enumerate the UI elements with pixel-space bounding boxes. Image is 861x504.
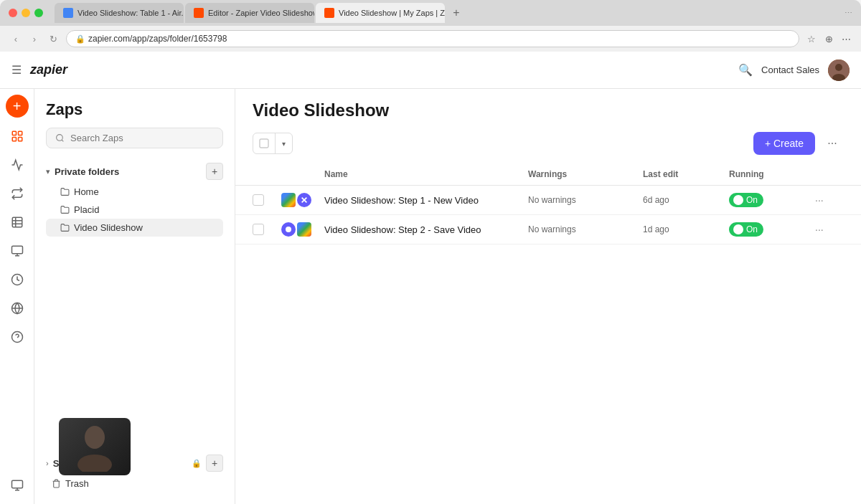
address-text: zapier.com/app/zaps/folder/1653798 xyxy=(88,34,227,44)
right-panel: Video Slideshow ▾ + Create ··· xyxy=(235,89,861,504)
folder-item-video-slideshow[interactable]: Video Slideshow ··· xyxy=(46,219,223,237)
table-header: Name Warnings Last edit Running xyxy=(235,163,861,186)
svg-rect-11 xyxy=(11,246,22,254)
new-tab-button[interactable]: + xyxy=(446,3,466,23)
svg-rect-6 xyxy=(18,138,22,141)
sidebar-icon-transfer[interactable] xyxy=(4,181,30,206)
sidebar-icon-activity[interactable] xyxy=(4,152,30,178)
browser-tab-2[interactable]: Editor - Zapier Video Slideshow... × xyxy=(185,3,314,23)
reload-button[interactable]: ↻ xyxy=(46,32,60,46)
svg-line-21 xyxy=(62,140,63,141)
icon-sidebar: + xyxy=(0,89,34,504)
folder-item-placid[interactable]: Placid ··· xyxy=(46,201,223,219)
private-folders-section: ▾ Private folders + Home Placid ··· Vide… xyxy=(46,160,223,237)
select-all-checkbox[interactable] xyxy=(253,133,275,153)
col-warnings: Warnings xyxy=(528,169,643,179)
sidebar-icon-interfaces[interactable] xyxy=(4,238,30,264)
tab2-label: Editor - Zapier Video Slideshow... xyxy=(208,9,314,17)
row1-toggle[interactable]: On xyxy=(729,193,763,207)
folder-name-video-slideshow: Video Slideshow xyxy=(74,222,206,233)
more-options-button[interactable]: ··· xyxy=(821,132,844,155)
sidebar-icon-apps[interactable] xyxy=(4,295,30,321)
svg-point-24 xyxy=(85,426,105,449)
search-input[interactable] xyxy=(70,133,214,143)
col-running: Running xyxy=(729,169,815,179)
trash-label: Trash xyxy=(65,478,89,489)
sidebar-icon-analytics[interactable] xyxy=(4,267,30,293)
table-row: Video Slideshow: Step 2 - Save Video No … xyxy=(235,215,861,244)
search-icon xyxy=(55,133,65,143)
camera-overlay xyxy=(59,418,131,475)
zapier-circle-icon xyxy=(281,222,296,237)
row2-more-button[interactable]: ··· xyxy=(815,224,844,235)
row1-toggle-label: On xyxy=(746,195,758,205)
svg-rect-7 xyxy=(12,217,22,227)
row2-app-icons xyxy=(281,222,324,237)
close-window-button[interactable] xyxy=(9,9,17,17)
add-shared-folder-button[interactable]: + xyxy=(206,455,223,472)
svg-rect-17 xyxy=(11,480,22,488)
top-nav: ☰ zapier 🔍 Contact Sales xyxy=(0,52,861,89)
sidebar-icon-help[interactable] xyxy=(4,324,30,350)
lock-icon: 🔒 xyxy=(192,459,202,468)
private-folders-header[interactable]: ▾ Private folders + xyxy=(46,160,223,183)
global-search-icon[interactable]: 🔍 xyxy=(738,63,753,77)
traffic-lights xyxy=(9,9,43,17)
google-icon xyxy=(297,222,311,237)
sidebar-icon-tables[interactable] xyxy=(4,209,30,235)
trash-item[interactable]: Trash xyxy=(46,475,223,493)
right-panel-header: Video Slideshow xyxy=(235,89,861,132)
toolbar: ▾ + Create ··· xyxy=(235,132,861,163)
svg-point-20 xyxy=(57,135,63,141)
row1-zap-name[interactable]: Video Slideshow: Step 1 - New Video xyxy=(324,195,528,206)
folder-name-home: Home xyxy=(74,186,217,197)
browser-tabs: Video Slideshow: Table 1 - Air... × Edit… xyxy=(55,3,818,23)
row1-app-icons xyxy=(281,193,324,207)
folder-item-home[interactable]: Home xyxy=(46,183,223,201)
back-button[interactable]: ‹ xyxy=(9,32,23,46)
svg-point-1 xyxy=(835,64,842,71)
trash-icon xyxy=(52,479,61,488)
hamburger-menu-button[interactable]: ☰ xyxy=(11,63,22,77)
minimize-window-button[interactable] xyxy=(22,9,30,17)
browser-tab-3[interactable]: Video Slideshow | My Zaps | Z... × xyxy=(316,3,445,23)
maximize-window-button[interactable] xyxy=(34,9,43,17)
col-name: Name xyxy=(324,169,528,179)
extension-icon[interactable]: ⊕ xyxy=(822,32,835,45)
google-sheets-icon xyxy=(281,193,296,207)
folder-name-placid: Placid xyxy=(74,204,206,215)
select-all-dropdown[interactable]: ▾ xyxy=(253,133,293,154)
private-folders-label: Private folders xyxy=(55,166,202,177)
chevron-right-icon: › xyxy=(46,459,49,467)
add-private-folder-button[interactable]: + xyxy=(206,163,223,180)
row2-toggle-label: On xyxy=(746,224,758,234)
svg-rect-4 xyxy=(18,131,22,135)
row1-more-button[interactable]: ··· xyxy=(815,194,844,206)
browser-tab-1[interactable]: Video Slideshow: Table 1 - Air... × xyxy=(55,3,184,23)
folder-icon xyxy=(60,187,70,196)
toggle-dot xyxy=(733,195,743,205)
svg-point-23 xyxy=(286,227,291,232)
sidebar-icon-history[interactable] xyxy=(4,472,30,498)
sidebar-icon-zaps[interactable] xyxy=(4,123,30,149)
lock-icon: 🔒 xyxy=(75,34,85,44)
forward-button[interactable]: › xyxy=(27,32,42,46)
row2-checkbox[interactable] xyxy=(253,224,281,235)
tab1-favicon xyxy=(63,8,73,18)
table-row: Video Slideshow: Step 1 - New Video No w… xyxy=(235,186,861,215)
bookmark-icon[interactable]: ☆ xyxy=(805,32,818,45)
contact-sales-button[interactable]: Contact Sales xyxy=(761,65,819,75)
user-avatar[interactable] xyxy=(828,60,850,81)
row1-checkbox[interactable] xyxy=(253,194,281,206)
address-bar: ‹ › ↻ 🔒 zapier.com/app/zaps/folder/16537… xyxy=(0,26,861,52)
select-dropdown-arrow[interactable]: ▾ xyxy=(275,133,292,153)
create-zap-button[interactable]: + Create xyxy=(753,132,815,155)
menu-icon[interactable]: ⋯ xyxy=(839,32,852,45)
row2-toggle[interactable]: On xyxy=(729,222,763,237)
search-box[interactable] xyxy=(46,128,223,148)
address-input[interactable]: 🔒 zapier.com/app/zaps/folder/1653798 xyxy=(66,30,799,47)
row1-warnings: No warnings xyxy=(528,195,643,205)
window-control: ⋯ xyxy=(844,9,852,18)
create-fab-button[interactable]: + xyxy=(6,95,29,118)
row2-zap-name[interactable]: Video Slideshow: Step 2 - Save Video xyxy=(324,224,528,235)
